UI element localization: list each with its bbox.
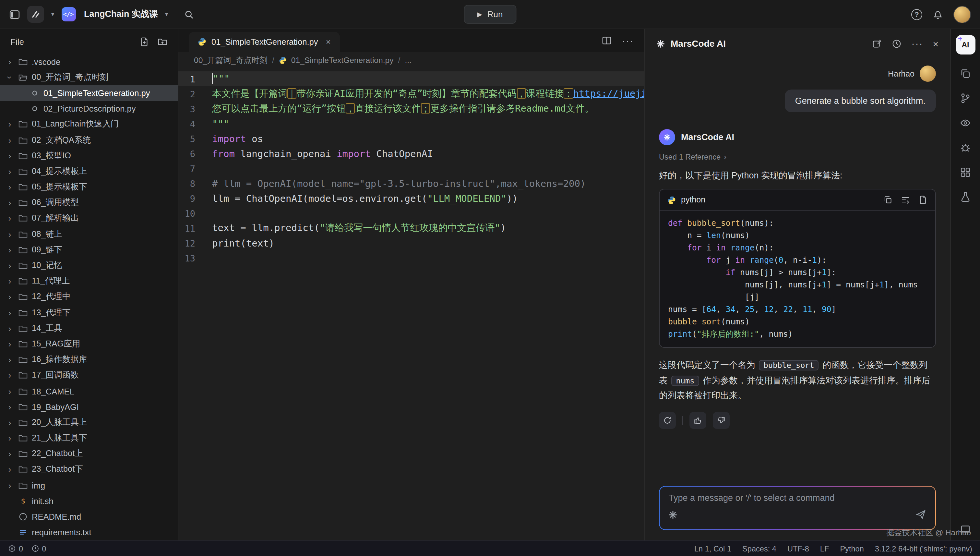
more-icon[interactable]: ··· <box>911 40 923 47</box>
history-icon[interactable] <box>892 39 901 48</box>
close-icon[interactable]: × <box>933 38 938 49</box>
project-name[interactable]: LangChain 实战课 <box>84 8 158 20</box>
reference-link[interactable]: Used 1 Reference › <box>659 152 936 162</box>
tree-item[interactable]: ›18_CAMEL <box>0 383 178 399</box>
chat-input[interactable] <box>669 493 926 503</box>
grid-icon[interactable] <box>960 167 971 178</box>
tree-item[interactable]: ›21_人脉工具下 <box>0 430 178 446</box>
bug-icon[interactable] <box>960 142 971 153</box>
errors-indicator[interactable]: 0 <box>8 544 23 553</box>
folder-icon <box>18 182 28 192</box>
chevron-down-icon[interactable]: ▾ <box>165 11 168 18</box>
tree-item[interactable]: ›05_提示模板下 <box>0 179 178 195</box>
insert-code-icon[interactable] <box>901 195 910 204</box>
thumbs-down-icon[interactable] <box>713 412 730 429</box>
assistant-intro-text: 好的，以下是使用 Python 实现的冒泡排序算法: <box>659 170 936 182</box>
ai-panel-badge[interactable]: AI <box>956 35 975 55</box>
tree-item[interactable]: ›.vscode <box>0 54 178 70</box>
new-folder-icon[interactable] <box>158 37 167 46</box>
tree-item[interactable]: ›17_回调函数 <box>0 368 178 383</box>
tree-item[interactable]: ›12_代理中 <box>0 289 178 305</box>
folder-icon <box>18 402 28 412</box>
tree-item[interactable]: ›15_RAG应用 <box>0 336 178 352</box>
code-language-label: python <box>681 195 706 204</box>
copy-icon[interactable] <box>883 195 893 204</box>
text-file-icon <box>18 527 28 537</box>
tree-item[interactable]: 02_PictureDescription.py <box>0 101 178 116</box>
flask-icon[interactable] <box>960 191 971 202</box>
tree-item[interactable]: README.md <box>0 509 178 525</box>
tree-item-label: 01_LangChain快速入门 <box>32 119 119 130</box>
chevron-icon: › <box>5 73 15 82</box>
status-item[interactable]: UTF-8 <box>787 544 809 553</box>
app-logo[interactable] <box>27 6 44 23</box>
new-chat-icon[interactable] <box>872 39 882 48</box>
tree-item[interactable]: ›11_代理上 <box>0 273 178 289</box>
tree-item[interactable]: ›01_LangChain快速入门 <box>0 117 178 133</box>
close-tab-icon[interactable]: × <box>326 37 331 47</box>
tree-item[interactable]: ›00_开篇词_奇点时刻 <box>0 70 178 85</box>
user-avatar[interactable] <box>953 5 971 23</box>
folder-open-icon <box>18 73 28 82</box>
tree-item[interactable]: ›22_Chatbot上 <box>0 446 178 462</box>
tree-item[interactable]: ›23_Chatbot下 <box>0 462 178 477</box>
status-item[interactable]: Ln 1, Col 1 <box>694 544 731 553</box>
tree-item[interactable]: 01_SimpleTextGeneration.py <box>0 85 178 101</box>
tree-item-label: init.sh <box>32 496 53 506</box>
status-item[interactable]: 3.12.2 64-bit ('shims': pyenv) <box>875 544 972 553</box>
split-editor-icon[interactable] <box>602 36 612 45</box>
code-editor[interactable]: 1"""2本文件是【开篇词｜带你亲证AI应用开发的“奇点”时刻】章节的配套代码，… <box>178 69 644 540</box>
tree-item[interactable]: ›20_人脉工具上 <box>0 415 178 430</box>
tab-simple-text-generation[interactable]: 01_SimpleTextGeneration.py × <box>189 32 340 52</box>
tree-item[interactable]: ›08_链上 <box>0 226 178 242</box>
marscode-trigger-icon[interactable] <box>669 510 677 519</box>
user-message-bubble: Generate a bubble sort algorithm. <box>785 89 936 112</box>
run-button[interactable]: ▶ Run <box>463 5 516 24</box>
marscode-ai-panel: MarsCode AI ··· × Harhao Genera <box>644 29 950 540</box>
tree-item[interactable]: ›13_代理下 <box>0 305 178 320</box>
tree-item[interactable]: ›03_模型IO <box>0 148 178 163</box>
tree-item[interactable]: $init.sh <box>0 493 178 509</box>
folder-icon <box>18 465 28 475</box>
tree-item[interactable]: ›14_工具 <box>0 320 178 336</box>
tree-item[interactable]: ›06_调用模型 <box>0 195 178 210</box>
tree-item[interactable]: ›02_文档QA系统 <box>0 133 178 148</box>
new-file-icon[interactable] <box>139 37 149 46</box>
chevron-down-icon[interactable]: ▾ <box>51 11 54 18</box>
send-icon[interactable] <box>916 509 926 520</box>
tree-item[interactable]: ›07_解析输出 <box>0 211 178 226</box>
tree-item-label: 04_提示模板上 <box>32 166 87 177</box>
status-item[interactable]: Python <box>840 544 864 553</box>
search-icon[interactable] <box>184 10 194 19</box>
chevron-icon: › <box>5 214 14 223</box>
ide-window: ▾ </> LangChain 实战课 ▾ ▶ Run ? File <box>0 0 980 556</box>
status-item[interactable]: LF <box>820 544 829 553</box>
breadcrumb-more[interactable]: ... <box>405 56 412 65</box>
regenerate-icon[interactable] <box>659 412 676 429</box>
files-icon[interactable] <box>960 68 971 79</box>
tree-item[interactable]: ›19_BabyAGI <box>0 399 178 415</box>
tree-item[interactable]: ›09_链下 <box>0 242 178 258</box>
status-item[interactable]: Spaces: 4 <box>742 544 777 553</box>
tree-item[interactable]: ›img <box>0 477 178 493</box>
breadcrumb-folder[interactable]: 00_开篇词_奇点时刻 <box>194 55 268 66</box>
more-actions-icon[interactable]: ··· <box>622 37 634 44</box>
tree-item[interactable]: ›04_提示模板上 <box>0 164 178 179</box>
tree-item[interactable]: requirements.txt <box>0 525 178 540</box>
chevron-icon: › <box>5 230 14 239</box>
folder-icon <box>18 120 28 129</box>
sidebar-toggle-icon[interactable] <box>9 9 20 20</box>
tree-item[interactable]: ›16_操作数据库 <box>0 352 178 367</box>
chat-input-box[interactable] <box>659 486 936 530</box>
help-icon[interactable]: ? <box>911 9 922 20</box>
tree-item[interactable]: ›10_记忆 <box>0 258 178 273</box>
code-block-body[interactable]: def bubble_sort(nums): n = len(nums) for… <box>660 211 935 347</box>
git-branch-icon[interactable] <box>960 93 971 104</box>
project-icon[interactable]: </> <box>61 7 76 21</box>
thumbs-up-icon[interactable] <box>689 412 706 429</box>
warnings-indicator[interactable]: 0 <box>31 544 46 553</box>
bell-icon[interactable] <box>933 9 943 19</box>
breadcrumb-file[interactable]: 01_SimpleTextGeneration.py <box>291 56 394 65</box>
new-file-icon[interactable] <box>919 195 927 204</box>
eye-icon[interactable] <box>960 118 971 128</box>
